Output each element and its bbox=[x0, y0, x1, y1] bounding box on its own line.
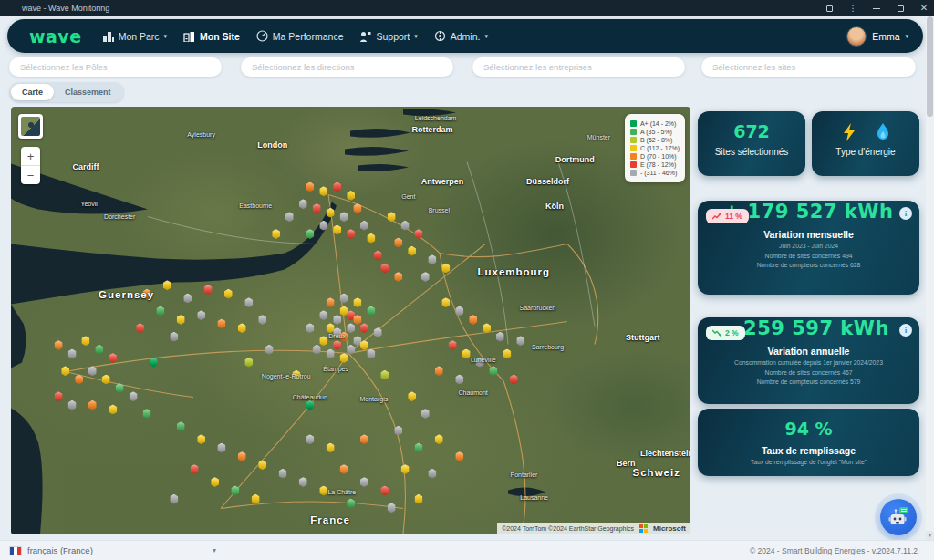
monthly-period: Juin 2023 - Juin 2024 bbox=[698, 242, 919, 252]
legend-row: A (35 - 5%) bbox=[630, 129, 680, 135]
microsoft-label: Microsoft bbox=[653, 524, 686, 533]
browser-menu-icon[interactable]: ⋮ bbox=[848, 4, 857, 13]
legend-swatch bbox=[630, 170, 637, 176]
legend-row: E (78 - 12%) bbox=[630, 161, 680, 168]
legend-label: C (112 - 17%) bbox=[640, 145, 680, 151]
poles-filter-input[interactable] bbox=[9, 57, 222, 77]
electricity-bolt-icon[interactable] bbox=[842, 123, 856, 141]
legend-swatch bbox=[630, 161, 637, 168]
zoom-out-button[interactable]: − bbox=[21, 166, 40, 184]
legend-label: E (78 - 12%) bbox=[640, 161, 676, 168]
annual-meters-count: Nombre de compteurs concernés 579 bbox=[698, 378, 919, 388]
legend-row: D (70 - 10%) bbox=[630, 153, 680, 160]
gas-flame-icon[interactable] bbox=[876, 123, 890, 141]
minimize-icon[interactable] bbox=[872, 4, 881, 13]
chevron-down-icon: ▾ bbox=[164, 33, 168, 40]
attribution-text: ©2024 TomTom ©2024 EarthStar Geographics bbox=[502, 525, 634, 532]
microsoft-logo-icon bbox=[639, 524, 648, 533]
map-legend: A+ (14 - 2%)A (35 - 5%)B (52 - 8%)C (112… bbox=[625, 114, 685, 182]
maximize-icon[interactable] bbox=[896, 4, 905, 13]
wave-logo[interactable]: wave bbox=[29, 26, 82, 47]
legend-label: D (70 - 10%) bbox=[640, 153, 677, 160]
sites-selected-card[interactable]: 672 Sites sélectionnés bbox=[698, 111, 805, 176]
gauge-icon bbox=[256, 30, 268, 42]
fill-rate-title: Taux de remplissage bbox=[698, 445, 919, 456]
fill-rate-value: 94 % bbox=[698, 419, 919, 439]
nav-item-ma-performance[interactable]: Ma Performance bbox=[256, 30, 344, 42]
annual-period: Consommation cumulée depuis 1er janvier … bbox=[698, 358, 919, 368]
directions-filter-input[interactable] bbox=[241, 57, 453, 77]
monthly-variation-title: Variation mensuelle bbox=[698, 229, 919, 240]
fill-rate-subtitle: Taux de remplissage de l'onglet "Mon sit… bbox=[698, 458, 919, 468]
sites-count: 672 bbox=[698, 121, 805, 141]
nav-item-mon-site[interactable]: Mon Site bbox=[183, 31, 240, 42]
legend-row: C (112 - 17%) bbox=[630, 145, 680, 151]
tab-classement[interactable]: Classement bbox=[54, 84, 122, 100]
legend-swatch bbox=[630, 137, 637, 143]
fill-rate-card: 94 % Taux de remplissage Taux de remplis… bbox=[698, 409, 919, 476]
legend-row: - (311 - 46%) bbox=[630, 170, 680, 176]
trend-down-icon bbox=[712, 329, 721, 337]
building-icon bbox=[102, 31, 114, 42]
gear-icon bbox=[434, 30, 446, 42]
window-titlebar: wave - Wave Monitoring ⋮ ✕ bbox=[0, 0, 934, 16]
info-icon[interactable]: i bbox=[899, 207, 912, 220]
copyright-text: © 2024 - Smart Building Energies - v.202… bbox=[750, 546, 918, 555]
main-navbar: wave Mon Parc ▾ Mon Site Ma Performance … bbox=[7, 19, 923, 53]
stats-panel: 672 Sites sélectionnés Type d'énergie 11… bbox=[698, 111, 919, 476]
annual-variation-title: Variation annuelle bbox=[698, 346, 919, 357]
map-legend-rows: A+ (14 - 2%)A (35 - 5%)B (52 - 8%)C (112… bbox=[630, 120, 680, 176]
monthly-sites-count: Nombre de sites concernés 494 bbox=[698, 252, 919, 262]
sites-label: Sites sélectionnés bbox=[698, 147, 805, 157]
legend-label: A (35 - 5%) bbox=[640, 129, 672, 135]
language-selector[interactable]: français (France) bbox=[27, 545, 93, 555]
user-menu[interactable]: Emma ▾ bbox=[846, 26, 908, 47]
extensions-icon[interactable] bbox=[825, 4, 834, 13]
chevron-down-icon: ▾ bbox=[484, 33, 488, 40]
window-title: wave - Wave Monitoring bbox=[22, 4, 109, 13]
footer-bar: français (France) ▾ © 2024 - Smart Build… bbox=[0, 540, 934, 560]
chevron-down-icon[interactable]: ▾ bbox=[213, 546, 216, 555]
close-icon[interactable]: ✕ bbox=[919, 4, 929, 13]
legend-swatch bbox=[630, 145, 637, 151]
map-canvas[interactable]: CardiffLondonAylesburyEastbourneDorchest… bbox=[11, 107, 690, 534]
legend-label: A+ (14 - 2%) bbox=[640, 120, 677, 127]
site-icon bbox=[183, 31, 195, 42]
monthly-variation-badge: 11 % bbox=[706, 209, 749, 223]
annual-sites-count: Nombre de sites concernés 467 bbox=[698, 368, 919, 379]
map-style-thumbnail bbox=[21, 117, 40, 136]
entreprises-filter-input[interactable] bbox=[472, 57, 685, 77]
info-icon[interactable]: i bbox=[899, 324, 912, 337]
user-name: Emma bbox=[872, 31, 899, 42]
legend-row: B (52 - 8%) bbox=[630, 137, 680, 143]
legend-label: - (311 - 46%) bbox=[640, 170, 677, 176]
scrollbar-down-arrow[interactable]: ▼ bbox=[926, 531, 934, 540]
nav-item-support[interactable]: Support ▾ bbox=[359, 31, 417, 42]
tab-carte[interactable]: Carte bbox=[11, 84, 54, 100]
energy-type-label: Type d'énergie bbox=[812, 147, 919, 157]
nav-item-admin[interactable]: Admin. ▾ bbox=[434, 30, 488, 42]
chevron-down-icon: ▾ bbox=[905, 33, 908, 40]
france-flag-icon bbox=[9, 546, 22, 555]
legend-swatch bbox=[630, 129, 637, 135]
scrollbar-thumb[interactable] bbox=[927, 16, 933, 117]
monthly-meters-count: Nombre de compteurs concernés 628 bbox=[698, 261, 919, 271]
legend-label: B (52 - 8%) bbox=[640, 137, 672, 143]
support-person-icon bbox=[359, 31, 371, 42]
annual-variation-card: 2 % i - 259 597 kWh Variation annuelle C… bbox=[698, 317, 919, 404]
monthly-variation-card: 11 % i + 179 527 kWh Variation mensuelle… bbox=[698, 201, 919, 295]
chatbot-button[interactable] bbox=[880, 499, 917, 535]
map-attribution: ©2024 TomTom ©2024 EarthStar Geographics… bbox=[497, 523, 690, 534]
view-tabs: Carte Classement bbox=[9, 82, 124, 102]
chevron-down-icon: ▾ bbox=[414, 33, 418, 40]
annual-variation-badge: 2 % bbox=[706, 326, 745, 340]
map-style-button[interactable] bbox=[18, 114, 43, 139]
legend-row: A+ (14 - 2%) bbox=[630, 120, 680, 127]
sites-filter-input[interactable] bbox=[701, 57, 916, 77]
zoom-in-button[interactable]: + bbox=[21, 147, 40, 165]
page-scrollbar[interactable] bbox=[926, 16, 934, 540]
nav-item-mon-parc[interactable]: Mon Parc ▾ bbox=[102, 31, 167, 42]
energy-type-card[interactable]: Type d'énergie bbox=[812, 111, 919, 176]
avatar bbox=[846, 26, 867, 47]
trend-up-icon bbox=[712, 213, 721, 220]
